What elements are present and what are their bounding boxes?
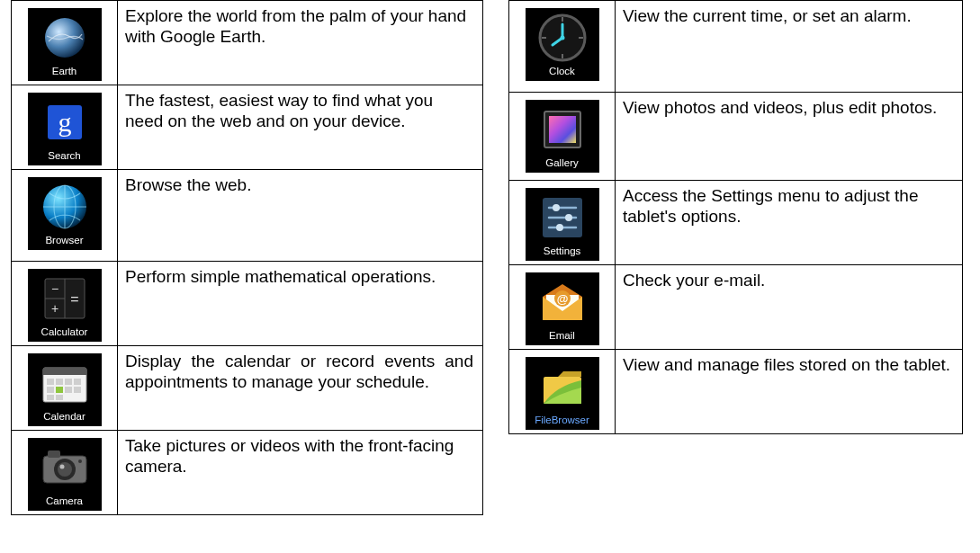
app-description: Perform simple mathematical operations. — [125, 267, 436, 286]
app-description: Take pictures or videos with the front-f… — [125, 436, 454, 476]
svg-rect-18 — [65, 387, 72, 393]
app-description: View photos and videos, plus edit photos… — [623, 98, 937, 117]
clock-icon — [537, 13, 588, 63]
browser-icon — [40, 182, 90, 232]
table-row: Clock View the current time, or set an a… — [509, 1, 963, 93]
svg-point-43 — [553, 204, 560, 211]
svg-rect-24 — [48, 450, 60, 458]
svg-rect-14 — [56, 379, 63, 385]
svg-rect-15 — [65, 379, 72, 385]
apps-table-right: Clock View the current time, or set an a… — [508, 0, 963, 434]
app-label: Clock — [549, 67, 575, 77]
calculator-icon: − + = — [40, 273, 90, 324]
app-tile-camera: Camera — [28, 438, 102, 511]
app-description: View the current time, or set an alarm. — [623, 6, 912, 25]
table-row: Settings Access the Settings menu to adj… — [509, 181, 963, 265]
app-description: Check your e-mail. — [623, 271, 765, 290]
app-description: The fastest, easiest way to find what yo… — [125, 91, 433, 130]
table-row: g Search The fastest, easiest way to fin… — [12, 85, 483, 170]
email-icon: @ — [537, 277, 588, 327]
svg-rect-17 — [47, 387, 54, 393]
svg-text:+: + — [50, 301, 58, 316]
app-description: Browse the web. — [125, 175, 251, 194]
svg-point-27 — [59, 465, 64, 469]
apps-table-left: Earth Explore the world from the palm of… — [11, 0, 483, 515]
calendar-icon — [40, 358, 90, 408]
app-tile-filebrowser: FileBrowser — [526, 357, 599, 430]
app-tile-calendar: Calendar — [28, 353, 102, 426]
app-label: FileBrowser — [535, 415, 589, 426]
svg-point-45 — [556, 224, 563, 231]
svg-rect-20 — [47, 395, 54, 400]
svg-text:=: = — [70, 291, 78, 307]
svg-point-44 — [565, 214, 572, 221]
app-description: Display the calendar or record events an… — [125, 352, 473, 391]
table-row: Earth Explore the world from the palm of… — [12, 1, 483, 85]
app-description: View and manage files stored on the tabl… — [623, 355, 950, 374]
svg-rect-22 — [56, 387, 63, 393]
svg-rect-19 — [74, 387, 81, 393]
app-tile-search: g Search — [28, 93, 102, 165]
app-tile-email: @ Email — [526, 272, 599, 345]
svg-point-36 — [560, 36, 564, 40]
app-label: Calendar — [43, 412, 85, 423]
gallery-icon — [537, 104, 588, 155]
app-tile-clock: Clock — [526, 8, 599, 81]
table-row: @ Email Check your e-mail. — [509, 265, 963, 350]
app-label: Settings — [544, 246, 581, 257]
app-tile-earth: Earth — [28, 8, 102, 81]
app-tile-calculator: − + = Calculator — [28, 269, 102, 342]
svg-text:−: − — [50, 281, 58, 296]
app-label: Calculator — [41, 327, 88, 338]
svg-point-26 — [58, 462, 72, 477]
camera-icon — [40, 442, 90, 493]
app-description: Access the Settings menu to adjust the t… — [623, 186, 918, 226]
search-icon: g — [40, 97, 90, 147]
app-label: Search — [48, 151, 80, 162]
app-tile-gallery: Gallery — [526, 100, 599, 173]
svg-text:g: g — [58, 107, 71, 137]
app-description: Explore the world from the palm of your … — [125, 6, 466, 46]
table-row: Camera Take pictures or videos with the … — [12, 431, 483, 515]
app-label: Browser — [45, 236, 83, 246]
svg-rect-12 — [43, 368, 86, 375]
settings-icon — [537, 192, 588, 243]
table-row: − + = Calculator Perform simple mathemat… — [12, 262, 483, 346]
app-tile-settings: Settings — [526, 188, 599, 261]
app-tile-browser: Browser — [28, 177, 102, 250]
table-row: FileBrowser View and manage files stored… — [509, 350, 963, 434]
table-row: Gallery View photos and videos, plus edi… — [509, 93, 963, 181]
app-label: Gallery — [545, 158, 578, 169]
svg-point-28 — [78, 459, 82, 463]
svg-rect-16 — [74, 379, 81, 385]
svg-rect-38 — [549, 116, 576, 143]
table-row: Browser Browse the web. — [12, 170, 483, 262]
app-label: Camera — [46, 496, 83, 507]
svg-rect-21 — [56, 395, 63, 400]
earth-icon — [40, 13, 90, 63]
svg-text:@: @ — [556, 292, 568, 306]
table-row: Calendar Display the calendar or record … — [12, 346, 483, 431]
app-label: Earth — [52, 67, 77, 77]
filebrowser-icon — [537, 361, 588, 412]
svg-rect-13 — [47, 379, 54, 385]
app-label: Email — [549, 331, 575, 342]
